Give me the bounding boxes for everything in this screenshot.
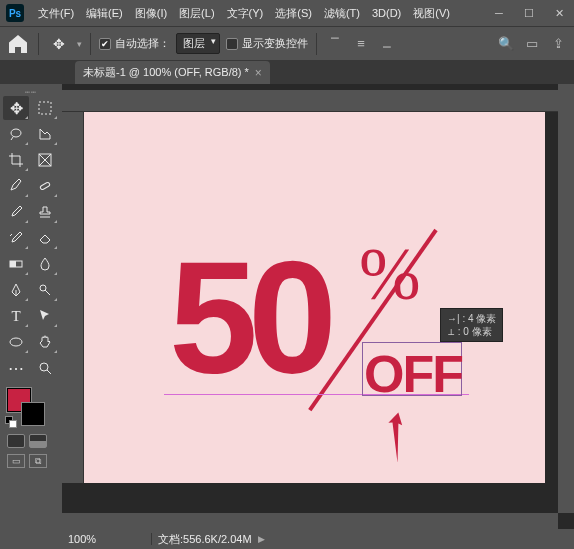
checkbox-icon	[226, 38, 238, 50]
separator	[316, 33, 317, 55]
chevron-down-icon[interactable]: ▾	[77, 39, 82, 49]
doc-info[interactable]: 文档:556.6K/2.04M	[152, 532, 258, 547]
eraser-tool[interactable]	[32, 226, 58, 250]
svg-line-8	[45, 290, 50, 295]
menu-image[interactable]: 图像(I)	[129, 6, 173, 21]
ruler-horizontal[interactable]	[62, 90, 574, 112]
pen-tool[interactable]	[3, 278, 29, 302]
share-icon[interactable]: ⇪	[548, 34, 568, 54]
status-bar: 100% 文档:556.6K/2.04M ▶	[62, 529, 574, 549]
tooltip-line1: →| : 4 像素	[447, 312, 496, 325]
text-layer-off[interactable]: OFF	[364, 344, 462, 404]
blur-tool[interactable]	[32, 252, 58, 276]
menu-file[interactable]: 文件(F)	[32, 6, 80, 21]
move-tool-icon[interactable]: ✥	[47, 34, 71, 54]
move-tool[interactable]: ✥	[3, 96, 29, 120]
menu-type[interactable]: 文字(Y)	[221, 6, 270, 21]
menu-select[interactable]: 选择(S)	[269, 6, 318, 21]
show-transform-label: 显示变换控件	[242, 36, 308, 51]
color-swatches[interactable]	[3, 388, 59, 428]
svg-line-11	[47, 370, 51, 374]
eyedropper-tool[interactable]	[3, 174, 29, 198]
close-button[interactable]: ✕	[544, 0, 574, 26]
canvas[interactable]: 50 % OFF →| : 4 像素 ⊥ : 0 像素	[84, 112, 545, 483]
toolbox: ┅┅ ✥ T ⋯ ▭ ⧉	[0, 84, 62, 472]
ellipse-tool[interactable]	[3, 330, 29, 354]
doc-size: 556.6K/2.04M	[183, 533, 252, 545]
document-tab-bar: 未标题-1 @ 100% (OFF, RGB/8) * ×	[0, 60, 574, 84]
minimize-button[interactable]: ─	[484, 0, 514, 26]
chevron-right-icon[interactable]: ▶	[258, 534, 265, 544]
align-top-icon[interactable]: ⎺	[325, 34, 345, 54]
menu-edit[interactable]: 编辑(E)	[80, 6, 129, 21]
frame-tool[interactable]	[32, 148, 58, 172]
screen-mode-full-icon[interactable]: ⧉	[29, 454, 47, 468]
options-bar: ✥ ▾ 自动选择： 图层 显示变换控件 ⎺ ≡ ⎽ 🔍 ▭ ⇪	[0, 26, 574, 60]
show-transform-checkbox[interactable]: 显示变换控件	[226, 36, 308, 51]
quick-mask-icon-alt[interactable]	[29, 434, 47, 448]
auto-select-label: 自动选择：	[115, 36, 170, 51]
doc-label: 文档:	[158, 533, 183, 545]
type-tool[interactable]: T	[3, 304, 29, 328]
text-layer-50[interactable]: 50	[169, 237, 327, 397]
menu-layer[interactable]: 图层(L)	[173, 6, 220, 21]
brush-tool[interactable]	[3, 200, 29, 224]
lasso-tool[interactable]	[3, 122, 29, 146]
quick-select-tool[interactable]	[32, 122, 58, 146]
grip-icon[interactable]: ┅┅	[3, 88, 59, 96]
menu-view[interactable]: 视图(V)	[407, 6, 456, 21]
svg-rect-6	[10, 261, 16, 267]
document-icon[interactable]: ▭	[522, 34, 542, 54]
text-layer-percent[interactable]: %	[359, 232, 421, 317]
svg-point-10	[40, 363, 48, 371]
ruler-vertical[interactable]	[62, 112, 84, 483]
canvas-area: 50 % OFF →| : 4 像素 ⊥ : 0 像素	[62, 84, 574, 529]
quick-mask-icon[interactable]	[7, 434, 25, 448]
zoom-tool[interactable]	[32, 356, 58, 380]
background-swatch[interactable]	[21, 402, 45, 426]
separator	[90, 33, 91, 55]
scrollbar-horizontal[interactable]	[62, 513, 558, 529]
menu-filter[interactable]: 滤镜(T)	[318, 6, 366, 21]
hand-tool[interactable]	[32, 330, 58, 354]
crop-tool[interactable]	[3, 148, 29, 172]
app-icon: Ps	[6, 4, 24, 22]
marquee-tool[interactable]	[32, 96, 58, 120]
dodge-tool[interactable]	[32, 278, 58, 302]
healing-tool[interactable]	[32, 174, 58, 198]
menu-3d[interactable]: 3D(D)	[366, 7, 407, 19]
svg-rect-4	[40, 182, 51, 190]
search-icon[interactable]: 🔍	[496, 34, 516, 54]
default-colors-icon[interactable]	[5, 416, 17, 428]
maximize-button[interactable]: ☐	[514, 0, 544, 26]
transform-tooltip: →| : 4 像素 ⊥ : 0 像素	[440, 308, 503, 342]
edit-toolbar[interactable]: ⋯	[3, 356, 29, 380]
tab-title: 未标题-1 @ 100% (OFF, RGB/8) *	[83, 65, 249, 80]
svg-rect-0	[39, 102, 51, 114]
align-middle-icon[interactable]: ≡	[351, 34, 371, 54]
svg-point-9	[10, 338, 22, 346]
screen-mode-icon[interactable]: ▭	[7, 454, 25, 468]
document-tab[interactable]: 未标题-1 @ 100% (OFF, RGB/8) * ×	[75, 61, 270, 84]
window-controls: ─ ☐ ✕	[484, 0, 574, 26]
stamp-tool[interactable]	[32, 200, 58, 224]
history-brush-tool[interactable]	[3, 226, 29, 250]
target-dropdown[interactable]: 图层	[176, 33, 220, 54]
align-bottom-icon[interactable]: ⎽	[377, 34, 397, 54]
separator	[38, 33, 39, 55]
path-select-tool[interactable]	[32, 304, 58, 328]
gradient-tool[interactable]	[3, 252, 29, 276]
annotation-arrow	[384, 412, 404, 466]
scrollbar-vertical[interactable]	[558, 84, 574, 513]
auto-select-checkbox[interactable]: 自动选择：	[99, 36, 170, 51]
close-icon[interactable]: ×	[255, 66, 262, 80]
zoom-field[interactable]: 100%	[62, 533, 152, 545]
checkbox-icon	[99, 38, 111, 50]
home-icon[interactable]	[6, 32, 30, 56]
tooltip-line2: ⊥ : 0 像素	[447, 325, 496, 338]
